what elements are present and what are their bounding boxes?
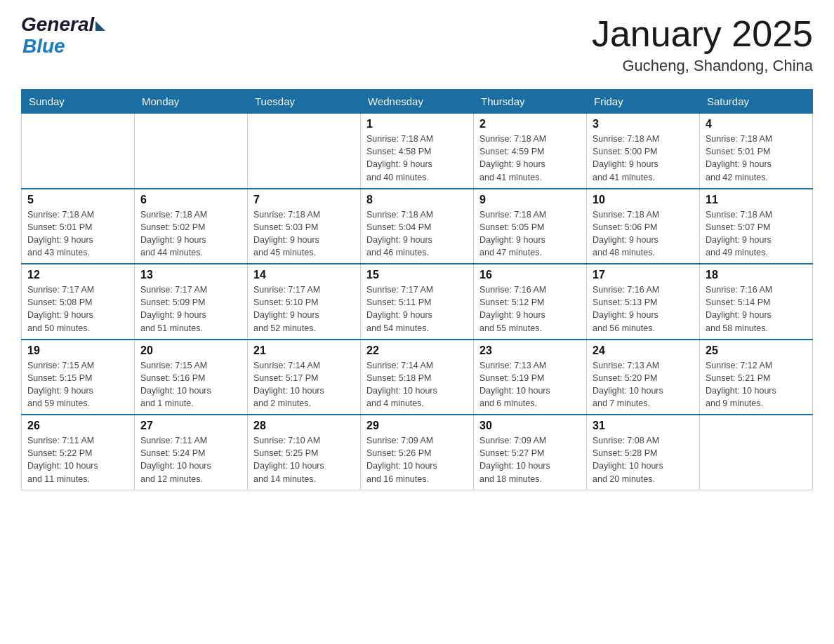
calendar-cell: 10Sunrise: 7:18 AMSunset: 5:06 PMDayligh… — [587, 189, 700, 264]
day-info: Sunrise: 7:09 AMSunset: 5:26 PMDaylight:… — [366, 434, 468, 485]
calendar-cell: 11Sunrise: 7:18 AMSunset: 5:07 PMDayligh… — [700, 189, 813, 264]
day-number: 4 — [706, 118, 807, 130]
calendar-cell: 14Sunrise: 7:17 AMSunset: 5:10 PMDayligh… — [248, 264, 361, 340]
day-info: Sunrise: 7:18 AMSunset: 5:03 PMDaylight:… — [253, 208, 355, 260]
calendar-cell: 16Sunrise: 7:16 AMSunset: 5:12 PMDayligh… — [474, 264, 587, 340]
day-info: Sunrise: 7:18 AMSunset: 5:01 PMDaylight:… — [27, 208, 128, 260]
calendar-cell: 7Sunrise: 7:18 AMSunset: 5:03 PMDaylight… — [248, 189, 361, 264]
day-info: Sunrise: 7:17 AMSunset: 5:08 PMDaylight:… — [27, 283, 128, 335]
day-number: 21 — [253, 344, 355, 357]
logo-general-text: General — [21, 14, 94, 36]
day-info: Sunrise: 7:11 AMSunset: 5:22 PMDaylight:… — [27, 434, 128, 485]
day-number: 27 — [140, 420, 241, 432]
day-info: Sunrise: 7:18 AMSunset: 4:59 PMDaylight:… — [479, 133, 581, 184]
day-number: 23 — [479, 344, 581, 357]
day-number: 11 — [706, 194, 807, 206]
calendar-cell: 2Sunrise: 7:18 AMSunset: 4:59 PMDaylight… — [474, 114, 587, 189]
logo: General Blue — [21, 14, 105, 58]
day-number: 5 — [27, 194, 128, 206]
day-info: Sunrise: 7:08 AMSunset: 5:28 PMDaylight:… — [593, 434, 694, 485]
calendar-week-row: 1Sunrise: 7:18 AMSunset: 4:58 PMDaylight… — [22, 114, 813, 189]
calendar-cell: 5Sunrise: 7:18 AMSunset: 5:01 PMDaylight… — [22, 189, 135, 264]
calendar-cell: 25Sunrise: 7:12 AMSunset: 5:21 PMDayligh… — [700, 340, 813, 415]
weekday-header-monday: Monday — [135, 90, 248, 114]
calendar-week-row: 26Sunrise: 7:11 AMSunset: 5:22 PMDayligh… — [22, 415, 813, 490]
day-number: 3 — [593, 118, 694, 130]
calendar-cell: 15Sunrise: 7:17 AMSunset: 5:11 PMDayligh… — [361, 264, 474, 340]
day-number: 26 — [27, 420, 128, 432]
day-info: Sunrise: 7:18 AMSunset: 5:02 PMDaylight:… — [140, 208, 241, 260]
location-subtitle: Gucheng, Shandong, China — [592, 57, 813, 75]
day-info: Sunrise: 7:14 AMSunset: 5:17 PMDaylight:… — [253, 359, 355, 410]
page-header: General Blue January 2025 Gucheng, Shand… — [21, 14, 813, 75]
day-info: Sunrise: 7:18 AMSunset: 5:01 PMDaylight:… — [706, 133, 807, 184]
calendar-cell: 28Sunrise: 7:10 AMSunset: 5:25 PMDayligh… — [248, 415, 361, 490]
weekday-header-thursday: Thursday — [474, 90, 587, 114]
day-info: Sunrise: 7:12 AMSunset: 5:21 PMDaylight:… — [706, 359, 807, 410]
weekday-header-saturday: Saturday — [700, 90, 813, 114]
day-number: 7 — [253, 194, 355, 206]
day-info: Sunrise: 7:11 AMSunset: 5:24 PMDaylight:… — [140, 434, 241, 485]
calendar-cell: 29Sunrise: 7:09 AMSunset: 5:26 PMDayligh… — [361, 415, 474, 490]
day-info: Sunrise: 7:09 AMSunset: 5:27 PMDaylight:… — [479, 434, 581, 485]
day-number: 24 — [593, 344, 694, 357]
day-info: Sunrise: 7:15 AMSunset: 5:16 PMDaylight:… — [140, 359, 241, 410]
calendar-cell: 8Sunrise: 7:18 AMSunset: 5:04 PMDaylight… — [361, 189, 474, 264]
calendar-cell: 18Sunrise: 7:16 AMSunset: 5:14 PMDayligh… — [700, 264, 813, 340]
day-number: 12 — [27, 269, 128, 281]
day-info: Sunrise: 7:18 AMSunset: 4:58 PMDaylight:… — [366, 133, 468, 184]
day-number: 29 — [366, 420, 468, 432]
calendar-cell: 13Sunrise: 7:17 AMSunset: 5:09 PMDayligh… — [135, 264, 248, 340]
day-info: Sunrise: 7:15 AMSunset: 5:15 PMDaylight:… — [27, 359, 128, 410]
calendar-cell: 30Sunrise: 7:09 AMSunset: 5:27 PMDayligh… — [474, 415, 587, 490]
day-number: 13 — [140, 269, 241, 281]
day-info: Sunrise: 7:13 AMSunset: 5:20 PMDaylight:… — [593, 359, 694, 410]
day-number: 9 — [479, 194, 581, 206]
calendar-week-row: 5Sunrise: 7:18 AMSunset: 5:01 PMDaylight… — [22, 189, 813, 264]
calendar-cell: 4Sunrise: 7:18 AMSunset: 5:01 PMDaylight… — [700, 114, 813, 189]
day-number: 10 — [593, 194, 694, 206]
calendar-cell — [700, 415, 813, 490]
month-title: January 2025 — [592, 14, 813, 54]
day-info: Sunrise: 7:10 AMSunset: 5:25 PMDaylight:… — [253, 434, 355, 485]
day-number: 16 — [479, 269, 581, 281]
day-info: Sunrise: 7:18 AMSunset: 5:00 PMDaylight:… — [593, 133, 694, 184]
day-number: 22 — [366, 344, 468, 357]
calendar-cell: 22Sunrise: 7:14 AMSunset: 5:18 PMDayligh… — [361, 340, 474, 415]
calendar-cell: 26Sunrise: 7:11 AMSunset: 5:22 PMDayligh… — [22, 415, 135, 490]
day-number: 18 — [706, 269, 807, 281]
calendar-table: SundayMondayTuesdayWednesdayThursdayFrid… — [21, 89, 813, 490]
day-info: Sunrise: 7:18 AMSunset: 5:05 PMDaylight:… — [479, 208, 581, 260]
day-info: Sunrise: 7:17 AMSunset: 5:10 PMDaylight:… — [253, 283, 355, 335]
day-info: Sunrise: 7:18 AMSunset: 5:06 PMDaylight:… — [593, 208, 694, 260]
day-number: 19 — [27, 344, 128, 357]
day-info: Sunrise: 7:17 AMSunset: 5:09 PMDaylight:… — [140, 283, 241, 335]
calendar-cell: 27Sunrise: 7:11 AMSunset: 5:24 PMDayligh… — [135, 415, 248, 490]
calendar-cell: 20Sunrise: 7:15 AMSunset: 5:16 PMDayligh… — [135, 340, 248, 415]
day-number: 31 — [593, 420, 694, 432]
day-info: Sunrise: 7:18 AMSunset: 5:04 PMDaylight:… — [366, 208, 468, 260]
weekday-header-sunday: Sunday — [22, 90, 135, 114]
day-number: 17 — [593, 269, 694, 281]
day-number: 1 — [366, 118, 468, 130]
calendar-week-row: 12Sunrise: 7:17 AMSunset: 5:08 PMDayligh… — [22, 264, 813, 340]
day-info: Sunrise: 7:16 AMSunset: 5:14 PMDaylight:… — [706, 283, 807, 335]
title-area: January 2025 Gucheng, Shandong, China — [592, 14, 813, 75]
day-info: Sunrise: 7:17 AMSunset: 5:11 PMDaylight:… — [366, 283, 468, 335]
day-number: 2 — [479, 118, 581, 130]
calendar-cell: 17Sunrise: 7:16 AMSunset: 5:13 PMDayligh… — [587, 264, 700, 340]
calendar-cell: 3Sunrise: 7:18 AMSunset: 5:00 PMDaylight… — [587, 114, 700, 189]
calendar-cell: 6Sunrise: 7:18 AMSunset: 5:02 PMDaylight… — [135, 189, 248, 264]
calendar-cell — [135, 114, 248, 189]
day-number: 8 — [366, 194, 468, 206]
day-number: 20 — [140, 344, 241, 357]
calendar-cell: 24Sunrise: 7:13 AMSunset: 5:20 PMDayligh… — [587, 340, 700, 415]
calendar-cell: 23Sunrise: 7:13 AMSunset: 5:19 PMDayligh… — [474, 340, 587, 415]
weekday-header-friday: Friday — [587, 90, 700, 114]
weekday-header-tuesday: Tuesday — [248, 90, 361, 114]
calendar-cell: 31Sunrise: 7:08 AMSunset: 5:28 PMDayligh… — [587, 415, 700, 490]
calendar-cell: 9Sunrise: 7:18 AMSunset: 5:05 PMDaylight… — [474, 189, 587, 264]
day-number: 28 — [253, 420, 355, 432]
calendar-cell: 19Sunrise: 7:15 AMSunset: 5:15 PMDayligh… — [22, 340, 135, 415]
day-info: Sunrise: 7:16 AMSunset: 5:12 PMDaylight:… — [479, 283, 581, 335]
